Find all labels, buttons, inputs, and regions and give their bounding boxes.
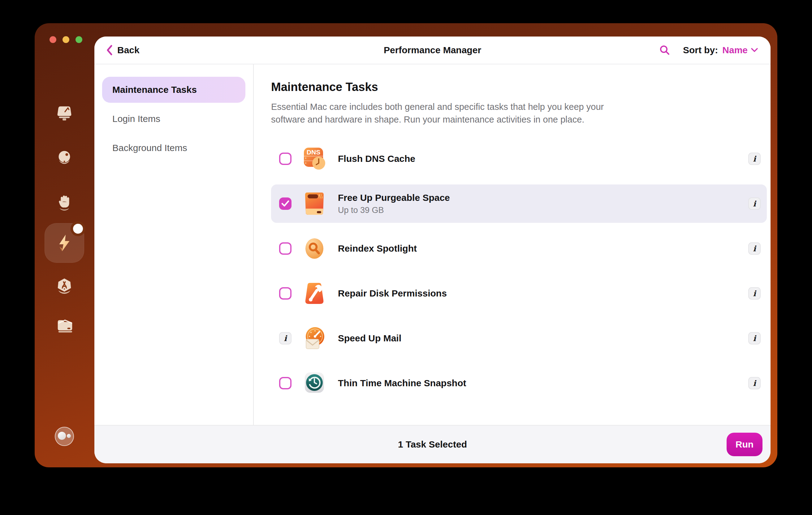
task-list: DNS Flush DNS Cache i bbox=[271, 140, 767, 402]
task-row: Reindex Spotlight i bbox=[271, 229, 767, 268]
task-checkbox[interactable] bbox=[279, 377, 291, 389]
header-actions: Sort by: Name bbox=[659, 44, 758, 56]
disk-wrench-icon bbox=[301, 280, 327, 306]
task-title: Thin Time Machine Snapshot bbox=[338, 378, 466, 389]
applications-icon[interactable] bbox=[55, 276, 74, 296]
task-row: i bbox=[271, 319, 767, 357]
task-checkbox[interactable] bbox=[279, 242, 291, 255]
page-title: Performance Manager bbox=[384, 45, 481, 55]
content-body: Maintenance Tasks Login Items Background… bbox=[94, 64, 771, 426]
sort-dropdown[interactable]: Name bbox=[722, 45, 758, 55]
task-title: Reindex Spotlight bbox=[338, 243, 417, 254]
task-checkbox-checked[interactable] bbox=[279, 197, 291, 210]
purgeable-space-drive-icon bbox=[301, 191, 327, 217]
avatar-big-dot bbox=[58, 432, 66, 440]
back-label: Back bbox=[117, 45, 140, 55]
search-icon[interactable] bbox=[659, 44, 671, 56]
info-icon[interactable]: i bbox=[748, 197, 761, 210]
section-nav: Maintenance Tasks Login Items Background… bbox=[94, 64, 254, 426]
footer-bar: 1 Task Selected Run bbox=[94, 425, 771, 463]
task-row: DNS Flush DNS Cache i bbox=[271, 140, 767, 178]
task-checkbox[interactable] bbox=[279, 287, 291, 299]
task-subtitle: Up to 39 GB bbox=[338, 205, 450, 215]
info-icon[interactable]: i bbox=[748, 287, 761, 299]
info-icon[interactable]: i bbox=[748, 332, 761, 344]
time-machine-icon bbox=[301, 370, 327, 396]
info-icon[interactable]: i bbox=[748, 242, 761, 255]
sort-by-label: Sort by: bbox=[683, 45, 718, 55]
module-rail bbox=[35, 23, 94, 467]
sort-value: Name bbox=[722, 45, 748, 55]
task-title: Flush DNS Cache bbox=[338, 153, 415, 164]
header-bar: Back Performance Manager Sort by: Name bbox=[94, 36, 771, 64]
nav-item-background-items[interactable]: Background Items bbox=[102, 135, 245, 161]
nav-item-maintenance-tasks[interactable]: Maintenance Tasks bbox=[102, 77, 245, 103]
task-title: Free Up Purgeable Space bbox=[338, 193, 450, 203]
performance-bolt-icon[interactable] bbox=[45, 223, 84, 263]
tasks-pane: Maintenance Tasks Essential Mac care inc… bbox=[254, 64, 771, 426]
run-button[interactable]: Run bbox=[727, 433, 762, 456]
cleanup-mac-icon[interactable] bbox=[55, 103, 74, 123]
task-title: Repair Disk Permissions bbox=[338, 288, 447, 299]
task-checkbox[interactable] bbox=[279, 152, 291, 165]
svg-text:DNS: DNS bbox=[307, 148, 320, 156]
avatar-small-dot bbox=[67, 434, 71, 438]
content-sheet: Back Performance Manager Sort by: Name bbox=[94, 36, 771, 463]
back-button[interactable]: Back bbox=[106, 45, 140, 56]
section-title: Maintenance Tasks bbox=[271, 81, 767, 94]
smart-orb-icon[interactable] bbox=[55, 148, 74, 168]
selection-status: 1 Task Selected bbox=[398, 439, 467, 450]
mail-speedometer-icon bbox=[301, 325, 327, 351]
info-icon[interactable]: i bbox=[748, 377, 761, 389]
back-chevron-icon bbox=[106, 45, 113, 56]
screen: Back Performance Manager Sort by: Name bbox=[0, 0, 812, 515]
assistant-avatar[interactable] bbox=[55, 427, 74, 446]
task-title: Speed Up Mail bbox=[338, 333, 401, 344]
task-row: Repair Disk Permissions i bbox=[271, 274, 767, 313]
app-window: Back Performance Manager Sort by: Name bbox=[35, 23, 777, 467]
sort-control: Sort by: Name bbox=[683, 45, 758, 55]
info-icon[interactable]: i bbox=[748, 152, 761, 165]
notification-dot bbox=[70, 221, 85, 236]
section-description: Essential Mac care includes both general… bbox=[271, 101, 610, 126]
spotlight-icon bbox=[301, 235, 327, 261]
nav-item-login-items[interactable]: Login Items bbox=[102, 106, 245, 132]
info-icon-left[interactable]: i bbox=[279, 332, 291, 344]
chevron-down-icon bbox=[751, 48, 758, 53]
files-folder-icon[interactable] bbox=[55, 315, 74, 335]
protection-hand-icon[interactable] bbox=[55, 193, 74, 212]
task-row: Thin Time Machine Snapshot i bbox=[271, 364, 767, 402]
task-row-selected: Free Up Purgeable Space Up to 39 GB i bbox=[271, 184, 767, 223]
dns-cache-icon: DNS bbox=[301, 146, 327, 172]
